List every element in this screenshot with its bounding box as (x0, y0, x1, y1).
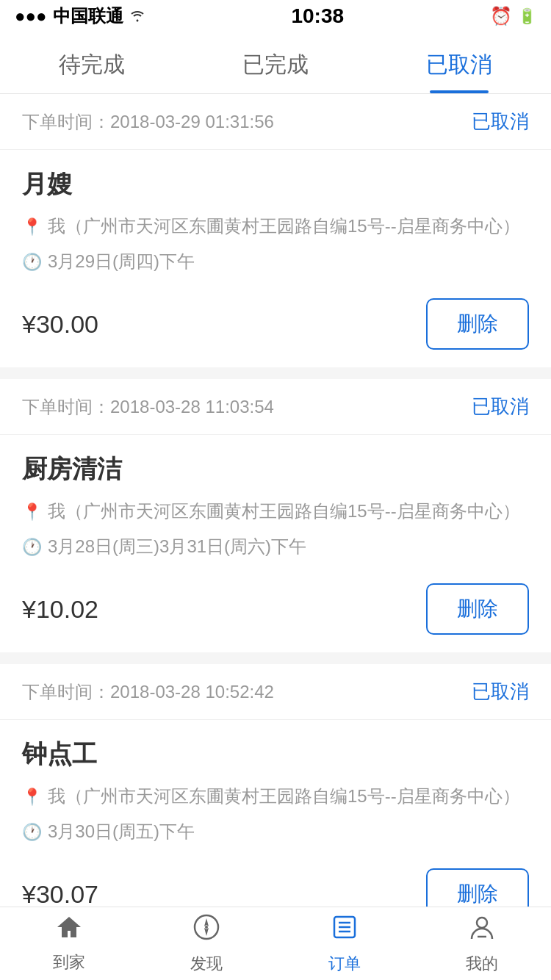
nav-label-discover: 发现 (190, 953, 223, 975)
nav-label-mine: 我的 (466, 953, 498, 975)
order-card-2: 下单时间：2018-03-28 11:03:54 已取消 厨房清洁 📍 我（广州… (0, 379, 551, 652)
nav-item-home[interactable]: 到家 (0, 907, 138, 980)
bottom-nav: 到家 发现 订单 (0, 907, 551, 980)
order-time-1: 下单时间：2018-03-29 01:31:56 (22, 110, 274, 134)
order-datetime-1: 3月29日(周四)下午 (48, 248, 195, 275)
order-datetime-2: 3月28日(周三)3月31日(周六)下午 (48, 533, 306, 560)
nav-label-home: 到家 (53, 951, 85, 973)
person-icon (467, 912, 497, 948)
order-location-2: 我（广州市天河区东圃黄村王园路自编15号--启星商务中心） (48, 498, 520, 525)
order-datetime-row-1: 🕐 3月29日(周四)下午 (22, 248, 529, 275)
order-location-row-1: 📍 我（广州市天河区东圃黄村王园路自编15号--启星商务中心） (22, 213, 529, 239)
tabs-bar: 待完成 已完成 已取消 (0, 32, 551, 94)
clock-icon-3: 🕐 (22, 820, 42, 844)
order-status-2: 已取消 (472, 394, 529, 419)
order-status-1: 已取消 (472, 109, 529, 134)
order-datetime-row-2: 🕐 3月28日(周三)3月31日(周六)下午 (22, 533, 529, 560)
nav-item-orders[interactable]: 订单 (276, 907, 414, 980)
order-card-3: 下单时间：2018-03-28 10:52:42 已取消 钟点工 📍 我（广州市… (0, 664, 551, 937)
order-card-1: 下单时间：2018-03-29 01:31:56 已取消 月嫂 📍 我（广州市天… (0, 94, 551, 367)
location-icon-3: 📍 (22, 785, 42, 809)
order-list: 下单时间：2018-03-29 01:31:56 已取消 月嫂 📍 我（广州市天… (0, 94, 551, 980)
order-body-3: 钟点工 📍 我（广州市天河区东圃黄村王园路自编15号--启星商务中心） 🕐 3月… (0, 720, 551, 845)
wifi-icon (129, 6, 145, 26)
order-datetime-row-3: 🕐 3月30日(周五)下午 (22, 818, 529, 845)
nav-item-discover[interactable]: 发现 (138, 907, 276, 980)
signal-icon: ●●● (15, 6, 47, 26)
order-header-2: 下单时间：2018-03-28 11:03:54 已取消 (0, 379, 551, 435)
location-icon-1: 📍 (22, 215, 42, 239)
order-header-1: 下单时间：2018-03-29 01:31:56 已取消 (0, 94, 551, 150)
home-icon (54, 914, 84, 947)
svg-marker-2 (204, 918, 209, 926)
list-icon (330, 912, 359, 948)
order-datetime-3: 3月30日(周五)下午 (48, 818, 195, 845)
nav-label-orders: 订单 (328, 953, 361, 975)
order-location-3: 我（广州市天河区东圃黄村王园路自编15号--启星商务中心） (48, 783, 520, 810)
status-bar-time: 10:38 (291, 4, 344, 28)
order-footer-2: ¥10.02 删除 (0, 569, 551, 652)
battery-icon: 🔋 (518, 7, 536, 25)
tab-completed[interactable]: 已完成 (184, 32, 367, 93)
location-icon-2: 📍 (22, 500, 42, 524)
order-time-2: 下单时间：2018-03-28 11:03:54 (22, 395, 274, 419)
order-footer-1: ¥30.00 删除 (0, 284, 551, 367)
tab-cancelled[interactable]: 已取消 (367, 32, 551, 93)
status-bar-right: ⏰ 🔋 (490, 6, 536, 26)
delete-button-1[interactable]: 删除 (426, 298, 529, 350)
nav-item-mine[interactable]: 我的 (414, 907, 552, 980)
order-body-2: 厨房清洁 📍 我（广州市天河区东圃黄村王园路自编15号--启星商务中心） 🕐 3… (0, 435, 551, 560)
order-location-row-3: 📍 我（广州市天河区东圃黄村王园路自编15号--启星商务中心） (22, 783, 529, 810)
status-bar-left: ●●● 中国联通 (15, 4, 145, 28)
order-header-3: 下单时间：2018-03-28 10:52:42 已取消 (0, 664, 551, 720)
order-time-3: 下单时间：2018-03-28 10:52:42 (22, 680, 274, 704)
delete-button-2[interactable]: 删除 (426, 583, 529, 635)
order-body-1: 月嫂 📍 我（广州市天河区东圃黄村王园路自编15号--启星商务中心） 🕐 3月2… (0, 150, 551, 275)
clock-icon-1: 🕐 (22, 250, 42, 274)
compass-icon (192, 912, 221, 948)
svg-marker-3 (204, 928, 209, 936)
alarm-icon: ⏰ (490, 6, 512, 26)
tab-pending[interactable]: 待完成 (0, 32, 184, 93)
order-price-1: ¥30.00 (22, 310, 98, 339)
carrier-label: 中国联通 (53, 4, 123, 28)
order-title-1: 月嫂 (22, 167, 529, 201)
order-price-2: ¥10.02 (22, 595, 98, 624)
order-title-3: 钟点工 (22, 738, 529, 771)
svg-point-1 (205, 926, 208, 929)
status-bar: ●●● 中国联通 10:38 ⏰ 🔋 (0, 0, 551, 32)
order-status-3: 已取消 (472, 679, 529, 705)
clock-icon-2: 🕐 (22, 535, 42, 559)
order-price-3: ¥30.07 (22, 880, 98, 909)
svg-point-8 (477, 918, 487, 928)
order-location-row-2: 📍 我（广州市天河区东圃黄村王园路自编15号--启星商务中心） (22, 498, 529, 525)
order-title-2: 厨房清洁 (22, 453, 529, 486)
order-location-1: 我（广州市天河区东圃黄村王园路自编15号--启星商务中心） (48, 213, 520, 239)
